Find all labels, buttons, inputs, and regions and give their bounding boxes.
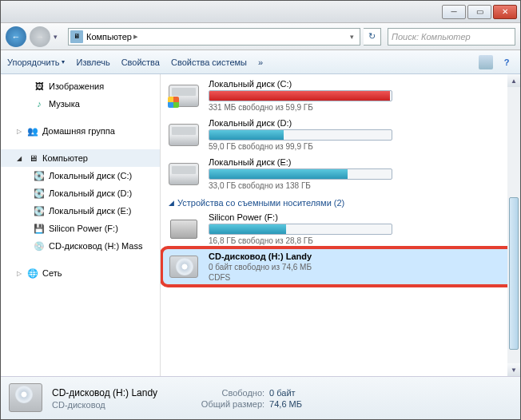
help-button[interactable]: ? xyxy=(499,55,514,69)
hdd-icon xyxy=(169,163,199,185)
explorer-window: ─ ▭ ✕ ← → ▾ 🖥 Компьютер ▸ ▾ ↻ Поиск: Ком… xyxy=(0,0,521,420)
sidebar-item-network[interactable]: ▷🌐Сеть xyxy=(1,264,160,282)
computer-icon: 🖥 xyxy=(26,152,39,164)
expand-icon[interactable]: ▷ xyxy=(17,270,23,277)
drive-filesystem: CDFS xyxy=(209,273,514,282)
cd-drive-icon xyxy=(9,383,42,414)
usb-drive-icon xyxy=(170,220,197,239)
drive-status: 33,0 ГБ свободно из 138 ГБ xyxy=(209,181,514,190)
drive-label: Локальный диск (E:) xyxy=(209,157,514,167)
usage-bar xyxy=(209,129,392,141)
nav-forward-button[interactable]: → xyxy=(30,26,50,47)
cd-drive-icon xyxy=(169,256,198,278)
sidebar-item-disk-c[interactable]: 💽Локальный диск (C:) xyxy=(1,167,160,184)
drive-status: 0 байт свободно из 74,6 МБ xyxy=(209,263,514,271)
size-value: 74,6 МБ xyxy=(269,399,302,409)
organize-button[interactable]: Упорядочить▾ xyxy=(7,57,65,67)
drive-icon: 💽 xyxy=(33,204,46,217)
scroll-thumb[interactable] xyxy=(509,197,519,349)
collapse-icon[interactable]: ◢ xyxy=(169,199,174,207)
address-text: Компьютер xyxy=(86,32,132,42)
breadcrumb-chevron-icon[interactable]: ▸ xyxy=(132,31,140,42)
vertical-scrollbar[interactable]: ▲ ▼ xyxy=(507,74,520,376)
properties-button[interactable]: Свойства xyxy=(121,57,160,67)
status-title: CD-дисковод (H:) Landy xyxy=(52,387,157,398)
extract-button[interactable]: Извлечь xyxy=(76,57,109,67)
search-input[interactable]: Поиск: Компьютер xyxy=(388,28,515,46)
free-label: Свободно: xyxy=(186,388,264,398)
sidebar-item-images[interactable]: 🖼Изображения xyxy=(1,77,160,95)
scroll-down-button[interactable]: ▼ xyxy=(507,363,520,376)
homegroup-icon: 👥 xyxy=(26,125,39,137)
drive-d[interactable]: Локальный диск (D:) 59,0 ГБ свободно из … xyxy=(162,115,519,154)
collapse-icon[interactable]: ◢ xyxy=(17,155,23,162)
drive-label: Локальный диск (C:) xyxy=(209,79,514,89)
group-removable-header[interactable]: ◢ Устройства со съемными носителями (2) xyxy=(162,193,519,209)
details-pane: CD-дисковод (H:) Landy CD-дисковод Свобо… xyxy=(1,376,520,419)
content-area: 🖼Изображения ♪Музыка ▷👥Домашняя группа ◢… xyxy=(1,74,520,376)
maximize-button[interactable]: ▭ xyxy=(467,5,491,19)
scroll-up-button[interactable]: ▲ xyxy=(507,74,520,87)
computer-icon: 🖥 xyxy=(70,30,83,43)
sidebar-item-silicon[interactable]: 💾Silicon Power (F:) xyxy=(1,220,160,237)
sidebar-item-disk-e[interactable]: 💽Локальный диск (E:) xyxy=(1,202,160,220)
close-button[interactable]: ✕ xyxy=(493,5,517,19)
nav-history-dropdown[interactable]: ▾ xyxy=(54,33,65,41)
drive-e[interactable]: Локальный диск (E:) 33,0 ГБ свободно из … xyxy=(162,154,519,193)
size-label: Общий размер: xyxy=(186,399,264,409)
sidebar-item-homegroup[interactable]: ▷👥Домашняя группа xyxy=(1,122,160,140)
titlebar: ─ ▭ ✕ xyxy=(1,1,520,23)
sidebar-item-computer[interactable]: ◢🖥Компьютер xyxy=(1,149,160,167)
network-icon: 🌐 xyxy=(26,267,39,279)
free-value: 0 байт xyxy=(269,388,296,398)
cd-icon: 💿 xyxy=(33,240,46,252)
drive-status: 331 МБ свободно из 59,9 ГБ xyxy=(209,103,514,112)
address-dropdown-icon[interactable]: ▾ xyxy=(345,33,358,41)
hdd-icon xyxy=(169,124,199,146)
drive-icon: 💽 xyxy=(33,169,46,182)
toolbar: Упорядочить▾ Извлечь Свойства Свойства с… xyxy=(1,50,520,74)
usage-bar xyxy=(209,168,392,180)
hdd-windows-icon xyxy=(169,85,199,107)
view-options-button[interactable] xyxy=(479,55,493,69)
sidebar-item-disk-d[interactable]: 💽Локальный диск (D:) xyxy=(1,184,160,202)
drive-label: Локальный диск (D:) xyxy=(209,118,514,128)
drive-status: 16,8 ГБ свободно из 28,8 ГБ xyxy=(209,236,514,245)
pictures-icon: 🖼 xyxy=(33,80,46,93)
status-subtitle: CD-дисковод xyxy=(52,400,157,410)
drive-label: Silicon Power (F:) xyxy=(209,212,514,222)
drive-label: CD-дисковод (H:) Landy xyxy=(209,252,514,261)
usb-icon: 💾 xyxy=(33,222,46,235)
minimize-button[interactable]: ─ xyxy=(442,5,466,19)
sidebar-item-cd[interactable]: 💿CD-дисковод (H:) Mass xyxy=(1,237,160,255)
usage-bar xyxy=(209,90,392,101)
music-icon: ♪ xyxy=(33,97,46,110)
navbar: ← → ▾ 🖥 Компьютер ▸ ▾ ↻ Поиск: Компьютер xyxy=(1,23,520,50)
search-placeholder: Поиск: Компьютер xyxy=(392,32,471,42)
drive-f[interactable]: Silicon Power (F:) 16,8 ГБ свободно из 2… xyxy=(162,209,519,248)
system-properties-button[interactable]: Свойства системы xyxy=(171,57,247,67)
sidebar-item-music[interactable]: ♪Музыка xyxy=(1,95,160,113)
refresh-button[interactable]: ↻ xyxy=(364,28,381,46)
drive-status: 59,0 ГБ свободно из 99,9 ГБ xyxy=(209,142,514,151)
drive-icon: 💽 xyxy=(33,187,46,200)
usage-bar xyxy=(209,224,392,235)
drive-c[interactable]: Локальный диск (C:) 331 МБ свободно из 5… xyxy=(162,76,519,115)
toolbar-chevron[interactable]: » xyxy=(258,57,263,67)
nav-back-button[interactable]: ← xyxy=(6,26,26,47)
drive-h-cd[interactable]: CD-дисковод (H:) Landy 0 байт свободно и… xyxy=(162,248,519,285)
main-pane: Локальный диск (C:) 331 МБ свободно из 5… xyxy=(161,74,520,376)
address-bar[interactable]: 🖥 Компьютер ▸ ▾ xyxy=(68,28,360,46)
navigation-pane: 🖼Изображения ♪Музыка ▷👥Домашняя группа ◢… xyxy=(1,74,161,376)
expand-icon[interactable]: ▷ xyxy=(17,128,23,135)
